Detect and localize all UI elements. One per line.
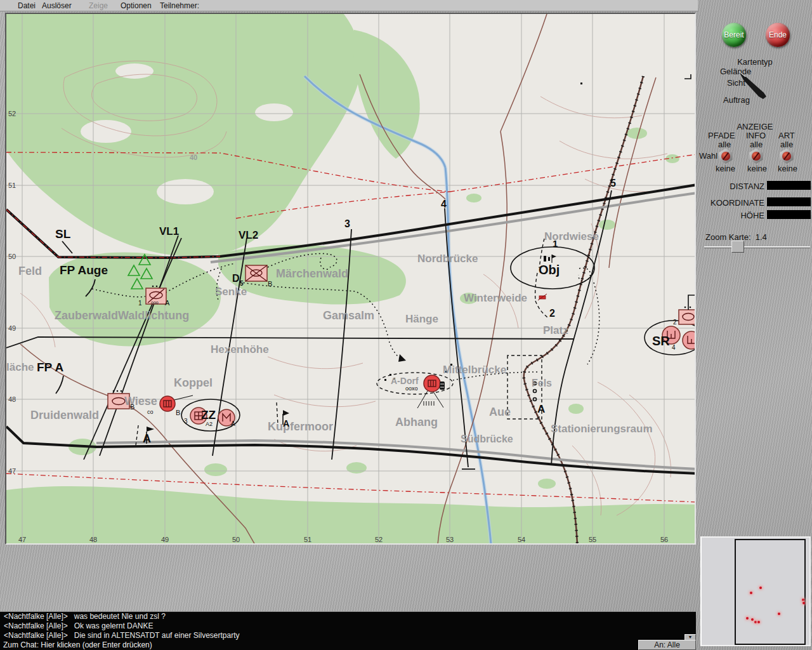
forest-areas — [6, 14, 695, 543]
grid-label-left: 48 — [8, 395, 16, 403]
minimap-viewport[interactable] — [735, 539, 806, 645]
grid-label-bottom: 48 — [89, 536, 97, 543]
grid-label-bottom: 52 — [375, 536, 383, 543]
map-label-5: 5 — [240, 280, 244, 287]
map-label-ooxo: ooxo — [405, 385, 418, 392]
tactical-map[interactable]: 47484950515253545556525150494847 — [6, 14, 695, 543]
grid-label-left: 49 — [8, 324, 16, 332]
zoom-slider-thumb[interactable] — [731, 241, 744, 253]
unit-symbol-apc-a-dorf — [440, 381, 445, 390]
unit-symbol-ifv-sr-2 — [683, 331, 695, 349]
wahl-label: Wahl — [699, 151, 717, 161]
minimap-unit-dot — [802, 599, 804, 601]
map-label-a2: A2 — [206, 421, 213, 427]
minimap-unit-dot — [802, 602, 805, 604]
map-label-abhang: Abhang — [395, 416, 438, 428]
pfade-knob[interactable] — [718, 149, 733, 164]
map-label-b: B — [176, 409, 180, 416]
menu-item-ausloeser[interactable]: Auslöser — [42, 1, 72, 10]
map-label-feld: Feld — [18, 265, 42, 277]
grid-label-bottom: 50 — [232, 536, 240, 543]
map-label-1: 1 — [553, 238, 558, 249]
map-window: 47484950515253545556525150494847 — [5, 13, 696, 545]
grid-label-left: 50 — [8, 253, 16, 260]
map-label-4: 4 — [441, 199, 447, 209]
map-label-sr: SR — [652, 334, 670, 348]
menu-bar: Datei Auslöser Zeige Optionen Teilnehmer… — [0, 0, 698, 11]
map-label-fels: Fels — [532, 378, 552, 388]
chat-prompt-bar[interactable]: Zum Chat: Hier klicken (oder Enter drück… — [0, 640, 638, 650]
art-off-label: keine — [778, 164, 797, 173]
map-label-senke: Senke — [215, 286, 247, 298]
info-off-label: keine — [747, 164, 767, 173]
hoehe-field — [767, 210, 811, 219]
grid-label-left: 52 — [8, 110, 16, 117]
hoehe-label: HÖHE — [698, 211, 764, 220]
minimap-unit-dot — [751, 618, 754, 621]
map-label-h-nge: Hänge — [405, 313, 438, 325]
menu-item-datei[interactable]: Datei — [18, 1, 36, 10]
chat-message: <Nachtfalke [Alle]> Die sind in ALTENSAT… — [0, 631, 696, 640]
map-label-ooo: ooo — [151, 300, 159, 305]
map-label-4: 4 — [672, 344, 676, 351]
map-label-nordbr-cke: Nordbrücke — [417, 253, 478, 265]
kartentyp-label: Kartentyp — [698, 57, 812, 67]
anzeige-col-art: ART — [778, 131, 795, 140]
info-knob[interactable] — [749, 149, 764, 164]
zoom-slider-track[interactable] — [704, 246, 810, 248]
ready-button[interactable]: Bereit — [722, 23, 746, 47]
chat-message: <Nachtfalke [Alle]> Ok was gelernt DANKE — [0, 621, 696, 631]
chat-recipient-button[interactable]: An: Alle — [638, 640, 696, 650]
menu-item-teilnehmer[interactable]: Teilnehmer: — [160, 1, 199, 10]
map-label-aue: Aue — [489, 406, 511, 418]
zoom-value: 1.4 — [756, 232, 767, 242]
anzeige-col-info: INFO — [746, 131, 766, 140]
info-on-label: alle — [750, 140, 763, 149]
distanz-field — [767, 181, 811, 190]
end-button[interactable]: Ende — [766, 23, 790, 47]
map-label-a-dorf: A-Dorf — [391, 376, 419, 386]
grid-label-bottom: 55 — [589, 536, 596, 543]
distanz-label: DISTANZ — [698, 182, 764, 191]
minimap-unit-dot — [754, 621, 757, 623]
map-label-m-rchenwald: Märchenwald — [276, 267, 348, 280]
grid-label-bottom: 49 — [161, 536, 169, 543]
railway — [524, 76, 643, 543]
unit-symbol-mech-armor-d5 — [246, 265, 267, 281]
map-label-obj: Obj — [539, 263, 560, 277]
pfade-off-label: keine — [716, 164, 735, 173]
map-label-40: 40 — [190, 154, 197, 161]
map-label-2: 2 — [673, 319, 677, 326]
map-label-hexenh-he: Hexenhöhe — [211, 343, 269, 355]
unit-symbol-wreck-winterweide — [538, 294, 547, 300]
app-root: { "menu": { "items": [ {"label": "Datei"… — [0, 0, 812, 650]
map-label-mittelbr-cke: Mittelbrücke — [443, 364, 506, 376]
minimap-unit-dot — [746, 617, 749, 620]
grid-label-bottom: 56 — [660, 536, 668, 543]
map-label-sl: SL — [55, 227, 71, 241]
map-label-zauberwaldwaldlichtung: ZauberwaldWaldlichtung — [55, 309, 189, 322]
koordinate-field — [767, 197, 811, 206]
map-label-a: A — [165, 299, 170, 307]
map-label-vl2: VL2 — [239, 229, 258, 241]
minimap-unit-dot — [750, 592, 752, 594]
chat-message: <Nachtfalke [Alle]> was bedeutet Nle und… — [0, 612, 696, 621]
unit-symbol-armor-sr — [679, 295, 695, 324]
map-label-l-che: läche — [6, 361, 34, 373]
map-label-2: 2 — [549, 308, 555, 319]
auftrag-option[interactable]: Auftrag — [723, 95, 750, 105]
map-label-a: A — [231, 420, 235, 427]
map-label-gamsalm: Gamsalm — [323, 309, 374, 322]
map-label-a: A — [537, 403, 545, 415]
map-label-platz: Platz — [543, 324, 568, 336]
grid-label-bottom: 47 — [18, 536, 26, 543]
art-on-label: alle — [780, 140, 793, 149]
menu-item-optionen[interactable]: Optionen — [121, 1, 152, 10]
chat-log: <Nachtfalke [Alle]> was bedeutet Nle und… — [0, 611, 696, 640]
art-knob[interactable] — [779, 149, 794, 164]
unit-symbol-artillery-koppel — [160, 396, 175, 411]
pfade-on-label: alle — [718, 140, 731, 149]
minimap[interactable] — [700, 536, 811, 646]
koordinate-label: KOORDINATE — [698, 198, 764, 208]
grid-label-bottom: 53 — [446, 536, 454, 543]
